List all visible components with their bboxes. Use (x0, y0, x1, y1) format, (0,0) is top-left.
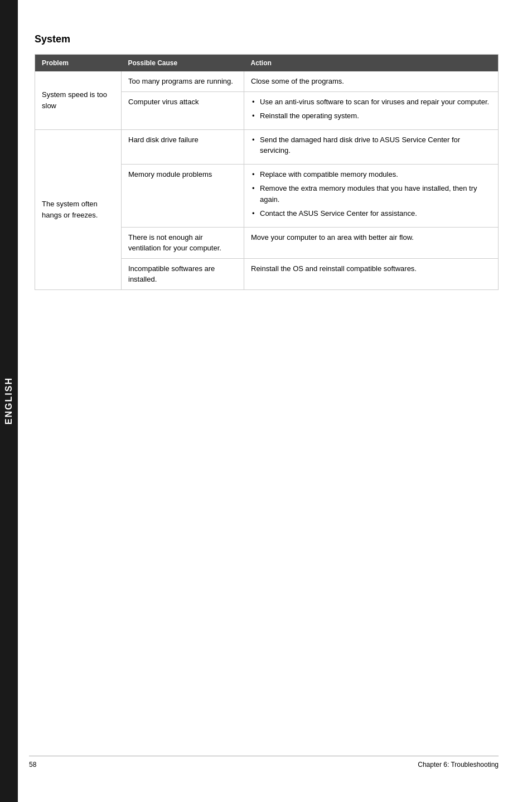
list-item: Send the damaged hard disk drive to ASUS… (251, 134, 491, 156)
action-list: Send the damaged hard disk drive to ASUS… (251, 134, 491, 156)
list-item: Contact the ASUS Service Center for assi… (251, 208, 491, 219)
action-cell: Reinstall the OS and reinstall compatibl… (244, 258, 499, 289)
list-item: Remove the extra memory modules that you… (251, 183, 491, 205)
action-list: Use an anti-virus software to scan for v… (251, 96, 491, 122)
side-tab-text: ENGLISH (4, 377, 14, 424)
troubleshoot-table: Problem Possible Cause Action System spe… (35, 54, 499, 290)
header-problem: Problem (35, 55, 122, 72)
page-footer: 58 Chapter 6: Troubleshooting (29, 756, 499, 769)
action-list: Replace with compatible memory modules. … (251, 169, 491, 219)
section-title: System (35, 33, 499, 45)
problem-cell: System speed is too slow (35, 71, 122, 129)
main-content: System Problem Possible Cause Action Sys… (29, 0, 532, 323)
action-cell: Send the damaged hard disk drive to ASUS… (244, 129, 499, 164)
problem-cell: The system often hangs or freezes. (35, 129, 122, 289)
table-row: System speed is too slow Too many progra… (35, 71, 499, 91)
action-cell: Use an anti-virus software to scan for v… (244, 91, 499, 129)
header-action: Action (244, 55, 499, 72)
action-cell: Close some of the programs. (244, 71, 499, 91)
table-header-row: Problem Possible Cause Action (35, 55, 499, 72)
action-cell: Replace with compatible memory modules. … (244, 164, 499, 227)
cause-cell: Memory module problems (122, 164, 244, 227)
cause-cell: Computer virus attack (122, 91, 244, 129)
page-number: 58 (29, 761, 36, 769)
header-cause: Possible Cause (122, 55, 244, 72)
chapter-label: Chapter 6: Troubleshooting (418, 761, 499, 769)
action-cell: Move your computer to an area with bette… (244, 227, 499, 258)
side-tab: ENGLISH (0, 0, 18, 802)
list-item: Use an anti-virus software to scan for v… (251, 96, 491, 108)
list-item: Reinstall the operating system. (251, 110, 491, 122)
cause-cell: Hard disk drive failure (122, 129, 244, 164)
cause-cell: Incompatible softwares are installed. (122, 258, 244, 289)
list-item: Replace with compatible memory modules. (251, 169, 491, 180)
cause-cell: Too many programs are running. (122, 71, 244, 91)
cause-cell: There is not enough air ventilation for … (122, 227, 244, 258)
table-row: The system often hangs or freezes. Hard … (35, 129, 499, 164)
